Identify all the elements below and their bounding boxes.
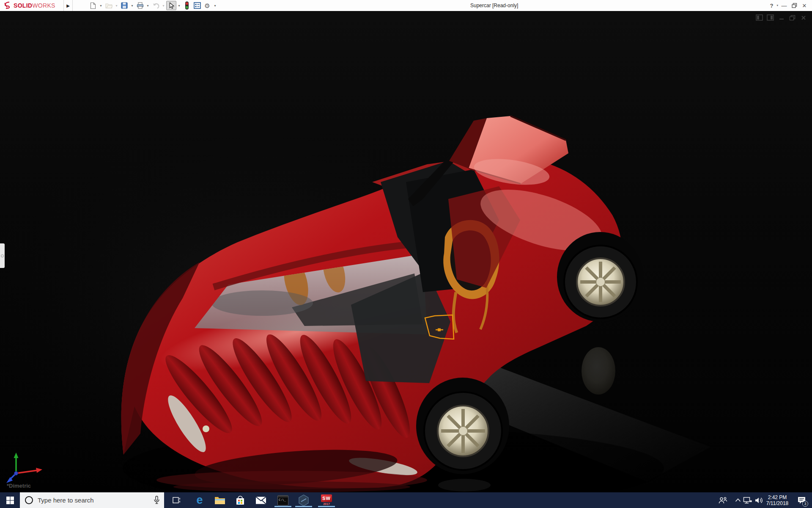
solidworks-swoosh-icon — [3, 2, 12, 9]
windows-taskbar: e C:\_ — [0, 492, 812, 508]
save-button[interactable] — [119, 1, 129, 10]
new-document-icon — [90, 2, 96, 9]
save-floppy-icon — [121, 2, 128, 9]
taskbar-store-button[interactable] — [231, 492, 250, 508]
tray-date: 7/11/2018 — [766, 500, 789, 506]
graphics-viewport[interactable]: *Dimetric — [0, 11, 812, 492]
document-title: Supercar [Read-only] — [470, 3, 518, 8]
select-dropdown-caret[interactable]: ▾ — [176, 1, 182, 10]
triad-x-axis — [16, 468, 42, 473]
hexagon-app-icon — [298, 494, 309, 506]
microsoft-store-icon — [235, 495, 245, 505]
undo-dropdown-caret: ▾ — [161, 1, 166, 10]
printer-icon — [137, 2, 144, 9]
task-view-icon — [173, 497, 181, 504]
solidworks-logo: SOLIDWORKS — [3, 0, 55, 11]
open-folder-icon — [105, 3, 112, 8]
undo-button — [151, 1, 161, 10]
help-button[interactable]: ? — [767, 0, 776, 11]
tray-people-button[interactable] — [716, 492, 729, 508]
running-indicator-cmd — [274, 506, 291, 507]
open-dropdown-caret: ▾ — [114, 1, 119, 10]
select-cursor-icon — [169, 2, 174, 9]
list-properties-icon — [194, 2, 201, 9]
action-center-button[interactable]: 3 — [794, 492, 809, 508]
title-bar: SOLIDWORKS ▶ ▾ ▾ ▾ — [0, 0, 812, 11]
mail-icon — [255, 496, 266, 505]
window-controls: ? ▾ — ✕ — [767, 0, 809, 11]
tray-network-button[interactable] — [741, 492, 753, 508]
solidworks-app-icon: SW 2017 — [320, 494, 333, 506]
restore-button[interactable] — [790, 0, 798, 11]
file-explorer-icon — [214, 496, 225, 505]
undo-arrow-icon — [152, 3, 159, 9]
save-dropdown-caret[interactable]: ▾ — [129, 1, 135, 10]
speaker-icon — [754, 497, 763, 504]
notification-badge: 3 — [802, 501, 808, 507]
chevron-up-icon — [735, 498, 741, 502]
open-document-button — [104, 1, 114, 10]
running-indicator-edrawings — [295, 506, 312, 507]
brand-wordmark: SOLIDWORKS — [14, 2, 55, 9]
start-button[interactable] — [0, 492, 20, 508]
traffic-light-icon — [185, 1, 189, 10]
tray-clock[interactable]: 2:42 PM 7/11/2018 — [764, 492, 791, 508]
cortana-icon — [25, 496, 33, 504]
triad-y-axis — [14, 453, 19, 473]
restore-icon — [792, 3, 797, 8]
windows-logo-icon — [6, 497, 14, 504]
taskbar-mail-button[interactable] — [252, 492, 270, 508]
running-indicator-solidworks — [318, 506, 335, 507]
new-document-button[interactable] — [88, 1, 98, 10]
view-orientation-label: *Dimetric — [7, 483, 31, 489]
taskbar-file-explorer-button[interactable] — [211, 492, 229, 508]
evaluate-panel-button[interactable] — [192, 1, 202, 10]
tray-time: 2:42 PM — [768, 494, 787, 500]
ethernet-network-icon — [743, 497, 752, 504]
print-button[interactable] — [135, 1, 145, 10]
select-tool-button[interactable] — [166, 1, 176, 10]
display-states-button[interactable] — [182, 1, 192, 10]
people-icon — [718, 497, 727, 504]
taskbar-edge-button[interactable]: e — [190, 492, 209, 508]
rear-wheel — [557, 232, 643, 322]
quick-toolbar: ▾ ▾ ▾ ▾ — [88, 0, 218, 11]
microphone-icon[interactable] — [154, 496, 160, 505]
command-prompt-icon: C:\_ — [277, 495, 288, 505]
minimize-button[interactable]: — — [780, 0, 788, 11]
print-dropdown-caret[interactable]: ▾ — [145, 1, 151, 10]
search-input[interactable] — [38, 497, 135, 504]
new-dropdown-caret[interactable]: ▾ — [98, 1, 104, 10]
options-button[interactable]: ⚙ — [202, 1, 212, 10]
supercar-3d-model[interactable] — [0, 11, 812, 492]
menu-flyout-button[interactable]: ▶ — [63, 0, 73, 11]
edge-icon: e — [196, 494, 203, 506]
gear-icon: ⚙ — [204, 3, 210, 9]
taskbar-search[interactable] — [20, 492, 164, 508]
front-wheel — [416, 378, 509, 474]
options-dropdown-caret[interactable]: ▾ — [212, 1, 218, 10]
task-view-button[interactable] — [168, 492, 185, 508]
close-button[interactable]: ✕ — [800, 0, 809, 11]
tray-volume-button[interactable] — [752, 492, 765, 508]
help-dropdown-caret[interactable]: ▾ — [776, 4, 778, 7]
